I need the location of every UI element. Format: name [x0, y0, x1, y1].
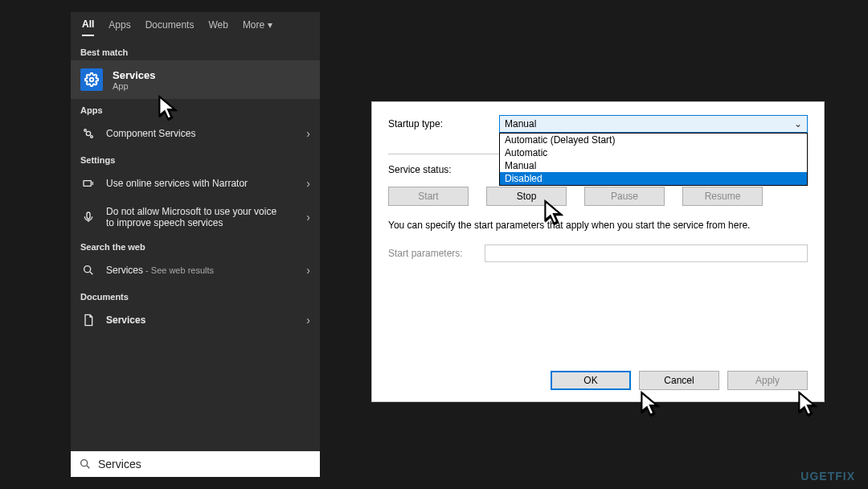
chevron-right-icon: ›	[306, 177, 310, 190]
tab-apps[interactable]: Apps	[108, 19, 130, 35]
svg-point-3	[91, 136, 93, 138]
search-box[interactable]	[71, 451, 320, 477]
chevron-down-icon: ⌄	[794, 118, 802, 129]
cancel-button[interactable]: Cancel	[639, 371, 719, 390]
startup-type-value: Manual	[505, 118, 536, 129]
tab-more[interactable]: More ▾	[243, 19, 272, 35]
svg-point-7	[81, 460, 88, 466]
apply-button[interactable]: Apply	[727, 371, 808, 390]
ok-button[interactable]: OK	[551, 371, 631, 390]
chevron-right-icon: ›	[306, 314, 310, 327]
best-match-subtitle: App	[113, 81, 156, 91]
start-parameters-label: Start parameters:	[388, 248, 477, 259]
start-parameters-row: Start parameters:	[388, 244, 808, 262]
narrator-icon	[80, 175, 96, 191]
search-icon	[80, 262, 96, 278]
web-item-prefix: Services	[106, 265, 143, 276]
svg-rect-5	[87, 212, 90, 219]
tab-web[interactable]: Web	[208, 19, 227, 35]
service-properties-dialog: Startup type: Manual ⌄ Automatic (Delaye…	[371, 101, 825, 402]
control-button-row: Start Stop Pause Resume	[388, 187, 808, 206]
tabs-row: All Apps Documents Web More ▾	[71, 12, 320, 41]
component-services-icon	[80, 125, 96, 142]
dropdown-item-auto-delayed[interactable]: Automatic (Delayed Start)	[500, 134, 807, 146]
apps-item-label: Component Services	[106, 128, 195, 139]
best-match-title: Services	[113, 69, 156, 81]
section-apps: Apps	[71, 99, 320, 118]
microphone-icon	[80, 209, 96, 225]
web-item-suffix: - See web results	[143, 265, 214, 275]
startup-type-dropdown: Automatic (Delayed Start) Automatic Manu…	[499, 133, 808, 186]
apps-item-component-services[interactable]: Component Services ›	[71, 118, 320, 149]
documents-item-label: Services	[106, 314, 145, 326]
start-button[interactable]: Start	[388, 187, 469, 206]
resume-button[interactable]: Resume	[682, 187, 763, 206]
svg-point-1	[86, 131, 90, 135]
watermark-text: UGETFIX	[800, 470, 855, 483]
dropdown-item-disabled[interactable]: Disabled	[500, 172, 807, 185]
tab-all[interactable]: All	[82, 18, 94, 36]
svg-point-6	[84, 266, 91, 273]
web-item-services[interactable]: Services - See web results ›	[71, 255, 320, 286]
settings-item-label: Use online services with Narrator	[106, 178, 248, 189]
dropdown-item-manual[interactable]: Manual	[500, 159, 807, 172]
chevron-right-icon: ›	[306, 127, 310, 140]
settings-item-label: Do not allow Microsoft to use your voice…	[106, 206, 283, 228]
settings-item-speech[interactable]: Do not allow Microsoft to use your voice…	[71, 199, 320, 236]
service-status-label: Service status:	[388, 164, 499, 175]
dropdown-item-automatic[interactable]: Automatic	[500, 146, 807, 159]
best-match-item[interactable]: Services App	[71, 60, 320, 99]
chevron-right-icon: ›	[306, 211, 310, 224]
dialog-footer-buttons: OK Cancel Apply	[551, 371, 808, 390]
description-text: You can specify the start parameters tha…	[388, 219, 808, 232]
startup-type-label: Startup type:	[388, 118, 499, 129]
section-best-match: Best match	[71, 41, 320, 60]
search-icon	[79, 458, 92, 471]
settings-item-narrator[interactable]: Use online services with Narrator ›	[71, 168, 320, 199]
section-documents: Documents	[71, 286, 320, 305]
chevron-right-icon: ›	[306, 264, 310, 277]
startup-type-combo[interactable]: Manual ⌄	[499, 115, 808, 133]
svg-point-0	[90, 78, 94, 82]
chevron-down-icon: ▾	[268, 19, 272, 31]
services-gear-icon	[80, 68, 103, 91]
search-input[interactable]	[98, 458, 312, 471]
start-menu-panel: All Apps Documents Web More ▾ Best match…	[71, 12, 320, 477]
svg-rect-4	[84, 181, 91, 187]
document-icon	[80, 312, 96, 328]
svg-point-2	[84, 129, 87, 132]
tab-more-label: More	[243, 19, 264, 31]
tab-documents[interactable]: Documents	[145, 19, 194, 35]
documents-item-services[interactable]: Services ›	[71, 305, 320, 335]
section-settings: Settings	[71, 149, 320, 168]
startup-type-row: Startup type: Manual ⌄ Automatic (Delaye…	[388, 115, 808, 133]
section-search-web: Search the web	[71, 236, 320, 255]
start-parameters-input[interactable]	[485, 244, 808, 262]
stop-button[interactable]: Stop	[486, 187, 567, 206]
pause-button[interactable]: Pause	[584, 187, 665, 206]
